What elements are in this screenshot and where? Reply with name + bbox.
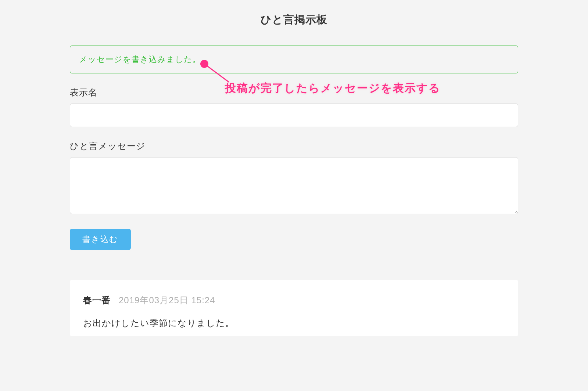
message-textarea[interactable]	[70, 157, 518, 214]
submit-button[interactable]: 書き込む	[70, 229, 131, 250]
section-divider	[70, 265, 518, 265]
success-alert-text: メッセージを書き込みました。	[79, 55, 201, 64]
annotation-dot-icon	[200, 60, 208, 68]
post-author: 春一番	[83, 294, 111, 306]
page-title: ひと言掲示板	[70, 12, 518, 27]
message-label: ひと言メッセージ	[70, 140, 518, 152]
annotation-text: 投稿が完了したらメッセージを表示する	[225, 81, 441, 96]
success-alert: メッセージを書き込みました。	[70, 46, 518, 73]
post-card: 春一番 2019年03月25日 15:24 お出かけしたい季節になりました。	[70, 280, 518, 336]
post-header: 春一番 2019年03月25日 15:24	[83, 294, 505, 306]
post-timestamp: 2019年03月25日 15:24	[119, 294, 215, 306]
display-name-input[interactable]	[70, 104, 518, 127]
post-body: お出かけしたい季節になりました。	[83, 317, 505, 329]
